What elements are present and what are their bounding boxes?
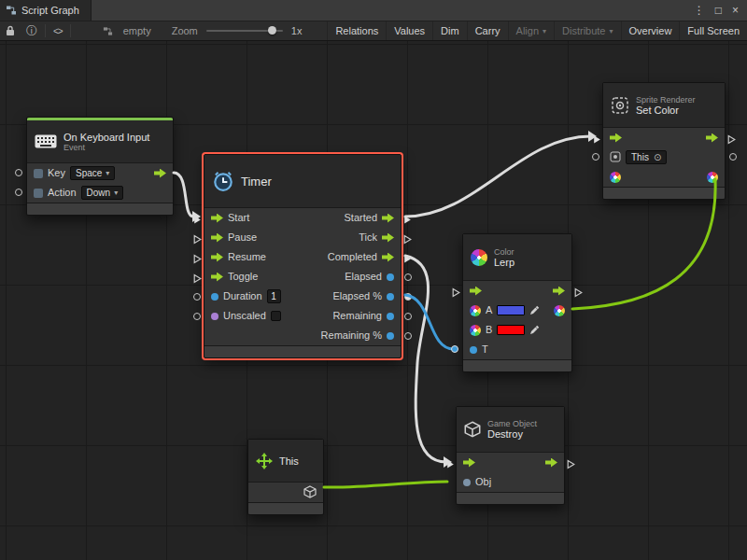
destroy-flow-out-outer-port[interactable] bbox=[567, 456, 575, 473]
values-button[interactable]: Values bbox=[386, 21, 432, 40]
target-out-outer-port[interactable] bbox=[729, 153, 737, 161]
gameobject-output-port[interactable] bbox=[303, 485, 317, 500]
elapsed-pct-outer-port[interactable] bbox=[404, 293, 412, 301]
code-icon[interactable]: <> bbox=[48, 26, 68, 36]
unscaled-checkbox[interactable] bbox=[271, 311, 281, 321]
graph-canvas[interactable]: On Keyboard Input Event Key Space Action… bbox=[0, 41, 747, 560]
flow-input-port[interactable] bbox=[211, 214, 223, 223]
remaining-pct-outer-port[interactable] bbox=[404, 332, 412, 340]
node-destroy[interactable]: Game Object Destroy Obj bbox=[456, 406, 565, 505]
zoom-value: 1x bbox=[287, 25, 307, 36]
flow-output-port[interactable] bbox=[382, 214, 394, 223]
started-outer-port[interactable] bbox=[403, 212, 412, 229]
duration-outer-port[interactable] bbox=[193, 293, 201, 301]
port-row-resume: Resume bbox=[204, 247, 309, 267]
color-output-port[interactable] bbox=[707, 172, 718, 183]
key-dropdown[interactable]: Space bbox=[70, 166, 115, 180]
color-port-icon[interactable] bbox=[470, 325, 481, 336]
completed-outer-port[interactable] bbox=[403, 251, 412, 268]
node-set-color[interactable]: Sprite Renderer Set Color This ⊙ bbox=[602, 82, 726, 200]
float-output-port[interactable] bbox=[387, 293, 394, 301]
float-input-port[interactable] bbox=[470, 346, 477, 354]
flow-output-port[interactable] bbox=[706, 133, 718, 143]
target-field[interactable]: This ⊙ bbox=[626, 150, 667, 164]
float-output-port[interactable] bbox=[387, 313, 394, 320]
bool-input-port[interactable] bbox=[211, 313, 218, 320]
tab-script-graph[interactable]: Script Graph bbox=[0, 0, 92, 21]
node-timer[interactable]: Timer Start Pause Resume Toggle Duration… bbox=[204, 154, 402, 358]
unscaled-outer-port[interactable] bbox=[193, 313, 201, 320]
node-title: Set Color bbox=[636, 105, 696, 116]
duration-value-field[interactable]: 1 bbox=[267, 289, 281, 303]
carry-button[interactable]: Carry bbox=[467, 21, 508, 40]
port-row-unscaled: Unscaled bbox=[204, 306, 309, 326]
output-column: Started Tick Completed Elapsed Elapsed %… bbox=[309, 208, 401, 345]
result-output-port[interactable] bbox=[554, 305, 565, 316]
elapsed-outer-port[interactable] bbox=[404, 273, 412, 281]
destroy-flow-in-outer-port[interactable] bbox=[446, 456, 455, 473]
info-icon[interactable]: ⓘ bbox=[21, 23, 43, 39]
float-output-port[interactable] bbox=[387, 332, 394, 340]
port-label: Start bbox=[228, 208, 249, 228]
gameobject-input-port[interactable] bbox=[463, 479, 471, 486]
setcolor-flow-in-outer-port[interactable] bbox=[593, 132, 601, 148]
flow-input-port[interactable] bbox=[610, 133, 622, 143]
port-row-duration: Duration1 bbox=[204, 287, 309, 306]
pause-outer-port[interactable] bbox=[193, 231, 202, 248]
align-button[interactable]: Align bbox=[508, 21, 554, 40]
overview-button[interactable]: Overview bbox=[621, 21, 680, 40]
flow-output-port[interactable] bbox=[382, 233, 394, 243]
zoom-slider[interactable] bbox=[206, 30, 283, 32]
float-output-port[interactable] bbox=[387, 273, 394, 281]
resume-outer-port[interactable] bbox=[193, 251, 202, 268]
window-close-icon[interactable]: × bbox=[732, 0, 739, 21]
target-outer-port[interactable] bbox=[592, 153, 599, 161]
distribute-button[interactable]: Distribute bbox=[554, 21, 620, 40]
window-menu-icon[interactable]: ⋮ bbox=[694, 0, 705, 21]
trigger-output-port[interactable] bbox=[154, 169, 166, 178]
flow-input-port[interactable] bbox=[211, 233, 223, 243]
lock-icon[interactable] bbox=[0, 25, 21, 36]
port-row-color bbox=[603, 167, 725, 187]
object-picker-icon[interactable]: ⊙ bbox=[654, 152, 661, 162]
eyedropper-icon[interactable] bbox=[529, 305, 540, 315]
flow-input-port[interactable] bbox=[470, 287, 482, 296]
color-port-icon[interactable] bbox=[470, 305, 481, 316]
flow-input-port[interactable] bbox=[211, 253, 223, 262]
lerp-flow-in-outer-port[interactable] bbox=[452, 285, 460, 301]
action-outer-port[interactable] bbox=[15, 189, 22, 196]
port-row-elapsed-pct: Elapsed % bbox=[309, 287, 401, 306]
flow-output-port[interactable] bbox=[545, 458, 557, 468]
node-this[interactable]: This bbox=[247, 439, 324, 515]
node-body: Obj bbox=[457, 453, 564, 492]
color-b-swatch[interactable] bbox=[497, 325, 525, 335]
setcolor-flow-out-outer-port[interactable] bbox=[727, 132, 736, 148]
flow-output-port[interactable] bbox=[382, 253, 394, 262]
lerp-flow-out-outer-port[interactable] bbox=[574, 285, 583, 301]
key-outer-port[interactable] bbox=[15, 169, 22, 176]
flow-output-port[interactable] bbox=[553, 287, 565, 296]
flow-input-port[interactable] bbox=[211, 273, 223, 282]
color-input-port[interactable] bbox=[610, 172, 621, 183]
flow-input-port[interactable] bbox=[463, 458, 475, 468]
cube-icon bbox=[464, 421, 481, 438]
fullscreen-button[interactable]: Full Screen bbox=[679, 21, 747, 40]
tick-outer-port[interactable] bbox=[403, 231, 412, 248]
renderer-port-icon[interactable] bbox=[610, 151, 621, 164]
eyedropper-icon[interactable] bbox=[529, 325, 540, 335]
remaining-outer-port[interactable] bbox=[404, 313, 412, 320]
graph-toolbar: ⓘ <> empty Zoom 1x Relations Values Dim … bbox=[0, 21, 747, 41]
float-input-port[interactable] bbox=[211, 293, 218, 301]
toggle-outer-port[interactable] bbox=[193, 271, 202, 287]
port-label: A bbox=[486, 301, 492, 320]
window-maximize-icon[interactable]: □ bbox=[715, 0, 722, 21]
zoom-slider-handle[interactable] bbox=[268, 26, 276, 35]
relations-button[interactable]: Relations bbox=[327, 21, 386, 40]
action-dropdown[interactable]: Down bbox=[81, 186, 124, 200]
dim-button[interactable]: Dim bbox=[432, 21, 467, 40]
node-color-lerp[interactable]: Color Lerp A B bbox=[462, 233, 572, 372]
node-header: Game Object Destroy bbox=[457, 407, 564, 453]
start-outer-port[interactable] bbox=[193, 212, 202, 229]
color-a-swatch[interactable] bbox=[497, 305, 525, 315]
node-on-keyboard-input[interactable]: On Keyboard Input Event Key Space Action… bbox=[26, 117, 174, 216]
